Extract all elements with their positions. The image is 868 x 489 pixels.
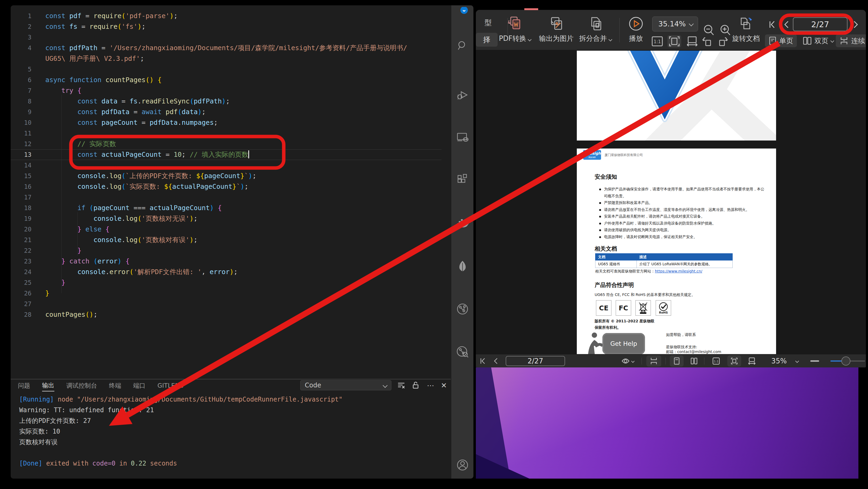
line-number (11, 53, 45, 64)
account-icon[interactable] (456, 459, 469, 471)
commit-graph-icon[interactable] (456, 303, 469, 315)
code-line[interactable]: 13 const actualPageCount = 10; // 填入实际的页… (11, 149, 441, 160)
view-mode-button[interactable] (620, 355, 636, 367)
unlock-icon[interactable] (410, 380, 421, 390)
code-line[interactable]: 19 console.log('页数核对无误'); (11, 213, 441, 224)
panel-tab-问题[interactable]: 问题 (18, 380, 30, 391)
page-indicator-input[interactable]: 2/27 (793, 17, 847, 31)
run-debug-icon[interactable] (456, 89, 469, 102)
mongodb-icon[interactable] (456, 260, 469, 273)
previous-page-button[interactable] (491, 355, 500, 367)
panel-tab-调试控制台[interactable]: 调试控制台 (66, 380, 97, 391)
double-page-button[interactable] (687, 355, 701, 367)
select-tool-button[interactable]: 择 (476, 33, 498, 47)
actual-size-button[interactable]: 1:1 (709, 355, 723, 367)
split-merge-button[interactable]: 拆分合并 (576, 15, 615, 43)
code-line[interactable]: UG65\ 用户手册\ V2.3.pdf'; (11, 53, 441, 64)
code-line[interactable]: 3 (11, 32, 441, 42)
panel-divider[interactable] (11, 379, 451, 379)
safety-bullet: 严禁随意拆卸和改装本产品。 (598, 199, 765, 206)
zoom-level-value[interactable]: 35% (769, 355, 789, 367)
first-page-button[interactable] (768, 20, 777, 31)
code-line[interactable]: 25 } (11, 277, 441, 288)
zoom-level-select[interactable]: 35.14% (652, 17, 698, 31)
code-line[interactable]: 28countPages(); (11, 309, 441, 320)
output-console[interactable]: [Running] node "/Users/zhangxiaoming/Doc… (19, 394, 343, 469)
code-line[interactable]: 22 } (11, 245, 441, 256)
output-channel-select[interactable]: Code (300, 380, 391, 390)
clear-output-button[interactable] (396, 380, 407, 390)
code-line[interactable]: 5 (11, 64, 441, 75)
pdf-convert-button[interactable]: PDF转换 (495, 15, 535, 43)
rotate-document-button[interactable]: 旋转文档 (726, 15, 766, 43)
code-line[interactable]: 9 const pdfData = await pdf(data); (11, 107, 441, 117)
page-indicator-input[interactable]: 2/27 (506, 356, 565, 366)
code-text: const pdfData = await pdf(data); (45, 107, 206, 117)
code-line[interactable]: 20 } else { (11, 224, 441, 235)
continuous-scroll-button[interactable] (646, 355, 661, 367)
line-number: 12 (11, 139, 45, 149)
code-line[interactable]: 18 if (pageCount === actualPageCount) { (11, 203, 441, 213)
code-line[interactable]: 16 console.log(`实际页数: ${actualPageCount}… (11, 181, 441, 192)
first-page-button[interactable] (477, 355, 489, 367)
code-line[interactable]: 4const pdfPath = '/Users/zhangxiaoming/D… (11, 42, 441, 53)
zoom-slider-handle[interactable] (841, 356, 850, 366)
line-number: 28 (11, 309, 45, 320)
line-number: 6 (11, 75, 45, 85)
code-line[interactable]: 26} (11, 288, 441, 298)
double-page-mode-button[interactable]: 双页 (799, 34, 837, 47)
code-line[interactable]: 1const pdf = require('pdf-parse'); (11, 11, 441, 21)
fit-page-button[interactable] (727, 355, 741, 367)
rotate-left-icon[interactable] (701, 35, 714, 48)
actual-size-button[interactable]: 1:1 (650, 35, 664, 48)
code-line[interactable]: 27 (11, 298, 441, 309)
code-line[interactable]: 15 console.log(`上传的PDF文件页数: ${pageCount}… (11, 171, 441, 181)
code-line[interactable]: 14 (11, 160, 441, 171)
safety-bullet: 电源故障时，请及时切断网关电源，保证相关财产安全。 (598, 234, 765, 240)
code-line[interactable]: 21 console.log('页数核对有误'); (11, 235, 441, 245)
search-icon[interactable] (456, 39, 469, 52)
previous-page-button[interactable] (783, 20, 790, 31)
panel-tab-输出[interactable]: 输出 (42, 380, 54, 392)
export-image-button[interactable]: 输出为图片 (536, 15, 576, 43)
panel-tab-终端[interactable]: 终端 (109, 380, 121, 391)
zoom-select-chevron[interactable] (794, 355, 801, 367)
screen: 1const pdf = require('pdf-parse');2const… (0, 0, 868, 489)
continuous-mode-button[interactable]: 连续 (836, 34, 866, 47)
code-line[interactable]: 10 const pageCount = pdfData.numpages; (11, 117, 441, 128)
fit-page-button[interactable] (668, 35, 681, 48)
account-badge-icon[interactable] (456, 6, 469, 19)
pdf-content-area[interactable]: Milesight 星纵物联 厦门星纵物联科技有限公司 安全须知 为保护产品并确… (476, 50, 866, 354)
fit-width-button[interactable] (745, 355, 759, 367)
output-line: Warning: TT: undefined function: 21 (19, 405, 343, 415)
line-number: 23 (11, 256, 45, 267)
panel-tab-端口[interactable]: 端口 (133, 380, 146, 391)
code-line[interactable]: 24 console.error('解析PDF文件出错: ', error); (11, 267, 441, 277)
code-line[interactable]: 6async function countPages() { (11, 75, 441, 85)
milesight-link[interactable]: https://www.milesight.cn/ (655, 269, 702, 273)
code-editor[interactable]: 1const pdf = require('pdf-parse');2const… (11, 11, 441, 320)
gitlens-icon[interactable] (456, 345, 469, 358)
code-line[interactable]: 17 (11, 192, 441, 203)
code-text: const pdf = require('pdf-parse'); (45, 11, 178, 21)
code-line[interactable]: 23 } catch (error) { (11, 256, 441, 267)
remote-explorer-icon[interactable] (456, 131, 469, 143)
code-line[interactable]: 12 // 实际页数 (11, 139, 441, 149)
close-panel-button[interactable]: ✕ (438, 380, 449, 390)
play-button[interactable]: 播放 (616, 15, 656, 43)
next-page-button[interactable] (852, 20, 860, 31)
code-line[interactable]: 7 try { (11, 85, 441, 96)
link-prefix: 相关文档可查阅星纵物联官方网站： (595, 269, 655, 273)
code-line[interactable]: 8 const data = fs.readFileSync(pdfPath); (11, 96, 441, 107)
single-page-button[interactable] (670, 355, 684, 367)
panel-tab-GITLENS[interactable]: GITLENS (157, 380, 184, 391)
fit-width-button[interactable] (685, 35, 699, 48)
line-number: 26 (11, 288, 45, 298)
code-line[interactable]: 11 (11, 128, 441, 139)
single-page-mode-button[interactable]: 单页 (765, 34, 797, 47)
extensions-icon[interactable] (456, 173, 469, 186)
zoom-out-button[interactable] (807, 355, 822, 367)
code-line[interactable]: 2const fs = require('fs'); (11, 21, 441, 32)
more-actions-button[interactable]: ⋯ (425, 380, 436, 390)
docker-icon[interactable] (456, 217, 469, 230)
